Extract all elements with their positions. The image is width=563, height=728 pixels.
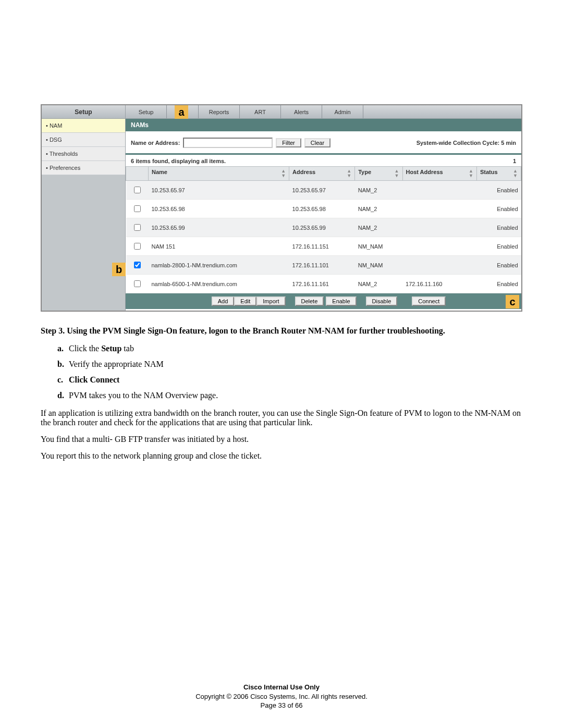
callout-a: a <box>175 105 188 119</box>
cell-type: NAM_2 <box>355 200 402 218</box>
cell-host <box>402 181 476 200</box>
sidebar-item-thresholds[interactable]: • Thresholds <box>42 147 125 161</box>
row-checkbox[interactable] <box>134 243 141 250</box>
cell-name: 10.253.65.97 <box>149 181 289 200</box>
table-row: 10.253.65.9910.253.65.99NAM_2Enabled <box>126 218 521 237</box>
cell-type: NAM_2 <box>355 275 402 293</box>
filter-input[interactable] <box>183 138 273 148</box>
enable-button[interactable]: Enable <box>326 297 356 306</box>
cell-name: 10.253.65.98 <box>149 200 289 218</box>
cell-status: Enabled <box>476 200 521 218</box>
cell-status: Enabled <box>476 218 521 237</box>
cell-status: Enabled <box>476 181 521 200</box>
action-bar: Add Edit Import Delete Enable Disable Co… <box>126 293 521 309</box>
add-button[interactable]: Add <box>212 297 235 306</box>
collection-cycle-label: System-wide Collection Cycle: 5 min <box>417 140 516 146</box>
sidebar-item-preferences[interactable]: • Preferences <box>42 161 125 175</box>
cell-address: 172.16.11.161 <box>289 275 355 293</box>
paragraph-3: You report this to the network planning … <box>41 451 522 461</box>
table-row: 10.253.65.9710.253.65.97NAM_2Enabled <box>126 181 521 200</box>
col-name[interactable]: Name▲▼ <box>149 167 289 181</box>
step-list: a.Click the Setup tab b.Verify the appro… <box>41 344 522 400</box>
tab-alerts[interactable]: Alerts <box>281 105 322 118</box>
callout-c: c <box>506 295 519 309</box>
table-row: NAM 151172.16.11.151NM_NAMEnabled <box>126 237 521 256</box>
table-row: namlab-6500-1-NM.trendium.com172.16.11.1… <box>126 275 521 293</box>
cell-host <box>402 256 476 275</box>
callout-b: b <box>112 263 126 276</box>
table-row: 10.253.65.9810.253.65.98NAM_2Enabled <box>126 200 521 218</box>
result-count: 6 items found, displaying all items. <box>131 158 226 164</box>
cell-type: NAM_2 <box>355 218 402 237</box>
row-checkbox[interactable] <box>134 280 141 287</box>
cell-status: Enabled <box>476 237 521 256</box>
cell-address: 10.253.65.98 <box>289 200 355 218</box>
cell-address: 172.16.11.101 <box>289 256 355 275</box>
cell-type: NM_NAM <box>355 256 402 275</box>
cell-host <box>402 200 476 218</box>
sidebar-item-nam[interactable]: • NAM <box>42 119 125 133</box>
cell-name: NAM 151 <box>149 237 289 256</box>
cell-name: namlab-6500-1-NM.trendium.com <box>149 275 289 293</box>
tab-art[interactable]: ART <box>240 105 281 118</box>
cell-name: namlab-2800-1-NM.trendium.com <box>149 256 289 275</box>
cell-type: NAM_2 <box>355 181 402 200</box>
row-checkbox[interactable] <box>134 205 141 212</box>
delete-button[interactable]: Delete <box>295 297 324 306</box>
sidebar: • NAM • DSG • Thresholds • Preferences <box>42 119 126 311</box>
pvm-screenshot: a Setup Setup or Reports ART Alerts Admi… <box>41 104 522 312</box>
cell-address: 10.253.65.97 <box>289 181 355 200</box>
tab-reports[interactable]: Reports <box>199 105 240 118</box>
table-row: namlab-2800-1-NM.trendium.com172.16.11.1… <box>126 256 521 275</box>
cell-name: 10.253.65.99 <box>149 218 289 237</box>
paragraph-2: You find that a multi- GB FTP transfer w… <box>41 435 522 444</box>
filter-button[interactable]: Filter <box>276 138 301 147</box>
document-body: Step 3. Using the PVM Single Sign-On fea… <box>41 326 522 461</box>
cell-address: 172.16.11.151 <box>289 237 355 256</box>
col-host[interactable]: Host Address▲▼ <box>402 167 476 181</box>
connect-button[interactable]: Connect <box>412 297 446 306</box>
page-number: 1 <box>513 158 516 164</box>
step-heading: Step 3. Using the PVM Single Sign-On fea… <box>41 326 522 336</box>
tab-admin[interactable]: Admin <box>322 105 363 118</box>
cell-host <box>402 237 476 256</box>
sidebar-item-dsg[interactable]: • DSG <box>42 133 125 147</box>
cell-status: Enabled <box>476 275 521 293</box>
clear-button[interactable]: Clear <box>304 138 331 147</box>
cell-address: 10.253.65.99 <box>289 218 355 237</box>
cell-status: Enabled <box>476 256 521 275</box>
cell-host: 172.16.11.160 <box>402 275 476 293</box>
col-address[interactable]: Address▲▼ <box>289 167 355 181</box>
cell-type: NM_NAM <box>355 237 402 256</box>
row-checkbox[interactable] <box>134 187 141 193</box>
disable-button[interactable]: Disable <box>366 297 398 306</box>
import-button[interactable]: Import <box>256 297 285 306</box>
col-status[interactable]: Status▲▼ <box>476 167 521 181</box>
row-checkbox[interactable] <box>134 224 141 231</box>
tab-setup[interactable]: Setup <box>126 105 167 118</box>
panel-title: NAMs <box>126 119 521 131</box>
page-footer: Cisco Internal Use Only Copyright © 2006… <box>0 683 563 710</box>
filter-label: Name or Address: <box>131 140 180 146</box>
col-type[interactable]: Type▲▼ <box>355 167 402 181</box>
nam-table: Name▲▼ Address▲▼ Type▲▼ Host Address▲▼ S… <box>126 166 521 293</box>
paragraph-1: If an application is utilizing extra ban… <box>41 409 522 427</box>
edit-button[interactable]: Edit <box>234 297 256 306</box>
row-checkbox[interactable] <box>134 262 141 268</box>
sidebar-title: Setup <box>42 105 126 119</box>
cell-host <box>402 218 476 237</box>
